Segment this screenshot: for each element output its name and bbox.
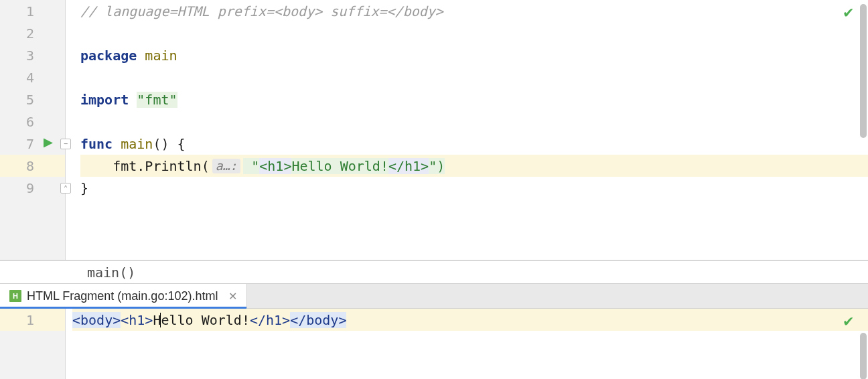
embedded-tag-open: <h1> <box>259 158 291 174</box>
vertical-scrollbar[interactable] <box>860 333 867 379</box>
closing-brace: } <box>80 180 88 196</box>
line-number[interactable]: 7 − <box>0 133 65 155</box>
bottom-editor-pane: 1 <body><h1>Hello World!</h1></body> ✔ <box>0 309 868 379</box>
line-number[interactable]: 8 <box>0 155 65 177</box>
line-number[interactable]: 4 <box>0 66 65 88</box>
bottom-gutter: 1 <box>0 309 66 379</box>
code-comment: // language=HTML prefix=<body> suffix=</… <box>80 3 443 19</box>
param-hint: a…: <box>212 159 241 173</box>
svg-marker-0 <box>44 138 53 147</box>
line-number[interactable]: 1 <box>0 0 65 22</box>
breadcrumb[interactable]: main() <box>0 260 868 283</box>
line-number[interactable]: 9 ⌃ <box>0 177 65 199</box>
kw-import: import <box>80 92 129 108</box>
import-path: "fmt" <box>137 92 177 108</box>
fragment-tab-bar: HTML Fragment (main.go:102).html ✕ <box>0 283 868 309</box>
tag-h1-open: <h1> <box>121 312 153 328</box>
run-triangle-icon[interactable] <box>44 137 53 150</box>
kw-package: package <box>80 48 137 64</box>
line-number[interactable]: 1 <box>0 309 65 331</box>
func-signature-tail: () { <box>153 136 185 152</box>
line-number[interactable]: 3 <box>0 44 65 66</box>
top-code-area[interactable]: // language=HTML prefix=<body> suffix=</… <box>66 0 868 260</box>
line-number[interactable]: 5 <box>0 88 65 110</box>
line-number[interactable]: 6 <box>0 110 65 133</box>
html-file-icon <box>9 290 21 302</box>
call-println: .Println( <box>137 158 209 174</box>
inspection-ok-icon[interactable]: ✔ <box>844 313 853 329</box>
call-fmt: fmt <box>113 158 137 174</box>
fragment-text-b: ello World! <box>161 312 249 328</box>
kw-func: func <box>80 136 113 152</box>
line-number[interactable]: 2 <box>0 22 65 44</box>
top-gutter: 1 2 3 4 5 6 7 − 8 9 ⌃ <box>0 0 66 260</box>
ident-main-fn: main <box>121 136 153 152</box>
close-icon[interactable]: ✕ <box>228 290 237 303</box>
tab-title: HTML Fragment (main.go:102).html <box>27 289 218 303</box>
tag-h1-close: </h1> <box>250 312 290 328</box>
inspection-ok-icon[interactable]: ✔ <box>844 4 853 20</box>
embedded-text: Hello World! <box>291 158 388 174</box>
tab-html-fragment[interactable]: HTML Fragment (main.go:102).html ✕ <box>0 284 247 308</box>
breadcrumb-item[interactable]: main() <box>87 264 135 281</box>
top-editor-pane: 1 2 3 4 5 6 7 − 8 9 ⌃ // language=HTML p… <box>0 0 868 260</box>
tag-body-open: <body> <box>72 312 121 328</box>
embedded-tag-close: </h1> <box>388 158 429 174</box>
ident-main: main <box>145 48 177 64</box>
tag-body-close: </body> <box>290 312 346 328</box>
bottom-code-area[interactable]: <body><h1>Hello World!</h1></body> ✔ <box>66 309 868 379</box>
vertical-scrollbar[interactable] <box>860 4 867 138</box>
